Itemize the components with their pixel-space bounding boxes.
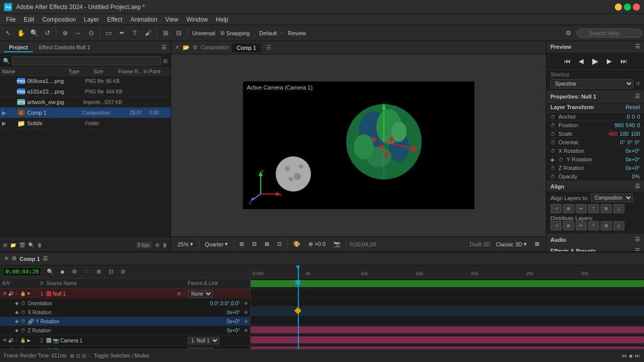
prev-frame-button[interactable]: ◀	[576, 55, 587, 66]
toggle-grid[interactable]: ⊟	[250, 240, 259, 248]
zoom-control[interactable]: 25% ▾	[175, 240, 196, 248]
anchor-stopwatch[interactable]: ⏱	[550, 114, 556, 120]
tl-shy-layer-btn[interactable]: ⊡	[76, 353, 80, 358]
quality-control[interactable]: Quarter ▾	[202, 240, 230, 248]
panel-menu-icon[interactable]: ☰	[162, 44, 167, 51]
search-icon-bottom[interactable]: 🔍	[28, 242, 34, 248]
tl-keyframe-yrot-diamond[interactable]	[294, 307, 301, 314]
anchor-y[interactable]: 0	[632, 114, 635, 120]
tl-track-null1[interactable]	[251, 279, 644, 289]
scale-y[interactable]: 100	[619, 131, 628, 137]
menu-layer[interactable]: Layer	[80, 15, 103, 24]
sw-collapse-1[interactable]: ▼	[26, 291, 31, 296]
project-view-toggle[interactable]: ⊞	[163, 58, 168, 64]
tl-track-png1[interactable]	[251, 335, 644, 345]
project-search-input[interactable]	[12, 56, 161, 65]
align-right-btn[interactable]: ⊢	[576, 204, 587, 213]
new-item-icon[interactable]: ⊞	[3, 242, 7, 248]
tl-track-png2[interactable]	[251, 345, 644, 349]
project-item-png1[interactable]: PNG 068cea1....png PNG file 96 KB	[0, 76, 171, 86]
layer-2-parent-select[interactable]: 1. Null 1	[188, 337, 219, 344]
comp-tab-main[interactable]: Comp 1	[232, 43, 262, 52]
menu-window[interactable]: Window	[182, 15, 212, 24]
sw-eye-1[interactable]: 👁	[2, 291, 7, 296]
snapping-control[interactable]: ⊞ Snapping	[218, 30, 252, 36]
position-x[interactable]: 960	[614, 122, 623, 128]
tool-position[interactable]: ↔	[72, 27, 84, 39]
align-hcenter-btn[interactable]: ⊕	[563, 204, 574, 213]
renderer-select[interactable]: Classic 3D ▾	[493, 240, 529, 248]
dist-left-btn[interactable]: ⊣	[550, 221, 561, 230]
tl-close-btn[interactable]: ✕	[4, 255, 9, 262]
sub-stopwatch-xrot[interactable]: ⏱	[21, 310, 26, 315]
color-channels[interactable]: 🎨	[291, 240, 303, 248]
sub-xrot-value[interactable]: 0x+0°	[227, 310, 240, 315]
orient-x[interactable]: 0°	[620, 139, 625, 145]
tl-search-btn[interactable]: 🔍	[45, 267, 55, 277]
effect-controls-tab[interactable]: Effect Controls Null 1	[39, 45, 90, 50]
menu-animation[interactable]: Animation	[126, 15, 161, 24]
review-btn[interactable]: Review	[286, 30, 308, 36]
tool-text[interactable]: T	[129, 27, 141, 39]
toggle-alpha[interactable]: ⊞	[237, 240, 247, 248]
dist-top-btn[interactable]: ⊤	[588, 221, 599, 230]
layer-1-parent-select[interactable]: None	[188, 290, 213, 298]
position-z[interactable]: 0	[637, 122, 640, 128]
audio-header[interactable]: Audio ☰	[546, 234, 644, 245]
opacity-value[interactable]: 0%	[632, 173, 640, 179]
sw-audio-2[interactable]: 🔊	[8, 338, 13, 343]
xrot-stopwatch[interactable]: ⏱	[550, 148, 556, 154]
menu-view[interactable]: View	[162, 15, 183, 24]
minimize-button[interactable]	[615, 4, 622, 11]
sw-lock-1[interactable]: 🔒	[20, 291, 25, 296]
scale-stopwatch[interactable]: ⏱	[550, 131, 556, 137]
shortcut-reset[interactable]: ↺	[635, 80, 640, 87]
project-item-jpg[interactable]: JPG artwork_ew.jpg Importe...G 57 KB	[0, 97, 171, 108]
panel-menu[interactable]: 📂	[183, 44, 190, 51]
align-left-btn[interactable]: ⊣	[550, 204, 561, 213]
tool-hand[interactable]: ✋	[15, 27, 27, 39]
tool-select[interactable]: ↖	[2, 27, 14, 39]
dist-bottom-btn[interactable]: ⊥	[613, 221, 624, 230]
tool-rect[interactable]: ▭	[103, 27, 115, 39]
anchor-x[interactable]: 0	[627, 114, 630, 120]
tool-align-h[interactable]: ⊞	[159, 27, 172, 39]
search-input[interactable]	[577, 29, 642, 38]
orient-z[interactable]: 0°	[634, 139, 640, 145]
sw-expand-2[interactable]: ▶	[26, 338, 31, 343]
current-time-display[interactable]: 0;00;04;28	[3, 267, 41, 276]
sub-yrot-value[interactable]: 0x+0°	[227, 319, 240, 324]
tl-motion-blur[interactable]: ∷	[82, 267, 92, 277]
align-top-btn[interactable]: ⊤	[588, 204, 599, 213]
sub-orient-value[interactable]: 0.0°,0.0°,0.0°	[210, 301, 240, 306]
align-to-select[interactable]: Composition	[591, 194, 633, 202]
tl-frame-blend-btn[interactable]: ⊟	[82, 353, 86, 358]
dist-right-btn[interactable]: ⊢	[576, 221, 587, 230]
shortcut-select[interactable]: Spacebar	[550, 79, 633, 88]
tl-layer-row-null1[interactable]: 👁 🔊 ○ 🔒 ▼ 1 Null 1 ⊞ ∷	[0, 289, 250, 299]
close-button[interactable]	[633, 4, 640, 11]
tl-3d-layer[interactable]: ⊡	[106, 267, 116, 277]
opacity-stopwatch[interactable]: ⏱	[550, 174, 556, 179]
next-frame-button[interactable]: ▶	[604, 55, 615, 66]
tl-frame-blending[interactable]: ⊞	[94, 267, 104, 277]
tl-keyframe-y-rotation[interactable]	[295, 280, 300, 285]
comp-icon-bottom[interactable]: 🎬	[19, 242, 25, 248]
tl-track-camera[interactable]	[251, 325, 644, 335]
properties-menu[interactable]: ☰	[635, 93, 640, 100]
zrotation-value[interactable]: 0x+0°	[625, 165, 640, 171]
tool-pen[interactable]: ✒	[116, 27, 128, 39]
layer-1-name[interactable]: Null 1	[53, 291, 177, 297]
maximize-button[interactable]	[624, 4, 631, 11]
tl-mini-next[interactable]: ⏭	[635, 353, 640, 358]
tl-settings-btn[interactable]: ⚙	[12, 255, 17, 262]
project-item-comp[interactable]: ▶ C Comp 1 Composition 29.97 0;00	[0, 108, 171, 118]
sub-stopwatch-yrot[interactable]: ⏱	[21, 319, 26, 324]
tool-brush[interactable]: 🖌	[142, 27, 154, 39]
orient-y[interactable]: 0°	[627, 139, 633, 145]
sub-stopwatch-orient[interactable]: ⏱	[21, 301, 26, 306]
folder-icon-bottom[interactable]: 📁	[10, 242, 16, 248]
position-y[interactable]: 540	[626, 122, 635, 128]
sub-zrot-value[interactable]: 0x+0°	[227, 328, 240, 333]
menu-composition[interactable]: Composition	[38, 15, 80, 24]
